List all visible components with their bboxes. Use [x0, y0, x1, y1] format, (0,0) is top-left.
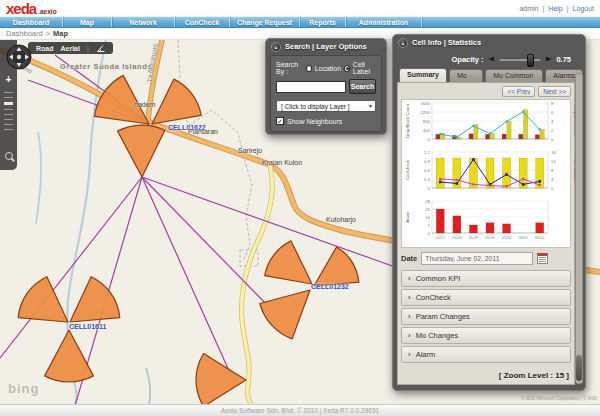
collapse-icon[interactable]: ▲ [398, 38, 408, 48]
zoom-slider[interactable] [4, 92, 13, 134]
show-neighbours-label: Show Neighbours [287, 118, 342, 125]
cell-panel-title: Cell Info | Statistics [412, 38, 481, 47]
svg-text:0: 0 [428, 186, 431, 191]
map-compass[interactable] [6, 44, 32, 70]
cell-info-panel: ▲ Cell Info | Statistics Opacity : ◀ ▶ 0… [392, 34, 586, 391]
svg-text:12: 12 [551, 159, 556, 164]
svg-text:28: 28 [425, 199, 430, 204]
opacity-increase-icon[interactable]: ▶ [546, 55, 551, 63]
opacity-slider-thumb[interactable] [527, 54, 534, 67]
separator: | [87, 45, 89, 52]
search-button[interactable]: Search [349, 79, 376, 94]
accordion-label: Alarm [416, 350, 436, 359]
panel-scrollbar[interactable] [575, 73, 583, 384]
calendar-icon[interactable] [537, 253, 548, 264]
nav-item-reports[interactable]: Reports [300, 17, 346, 27]
accordion-common-kpi[interactable]: ›Common KPI [401, 270, 571, 287]
nav-item-map[interactable]: Map [63, 17, 112, 27]
collapse-icon[interactable]: ▲ [271, 42, 281, 52]
magnifier-icon[interactable] [5, 152, 13, 160]
search-panel-header: ▲ Search | Layer Options [266, 39, 386, 54]
zoom-level-label: [ Zoom Level : 15 ] [401, 369, 571, 380]
chart-alarm: 07142128Alarm05/2705/2805/2905/3005/3106… [402, 198, 570, 247]
map-attribution: © 2011 Microsoft Corporation | © AND [467, 396, 597, 401]
sector-cell01611-c [45, 330, 94, 382]
app-footer: Aexio Software Sdn. Bhd. © 2010 | Xeda R… [0, 404, 600, 416]
cell-panel-tabs: SummaryMo InfoMo Common KPIAlarms [393, 68, 585, 82]
sector-cell01622-a [95, 75, 150, 124]
map-minor-road [242, 166, 273, 404]
svg-text:6: 6 [551, 110, 554, 115]
sector-cell01232-c [260, 290, 310, 339]
help-link[interactable]: Help [548, 5, 562, 12]
accordion-concheck[interactable]: ›ConCheck [401, 289, 571, 306]
scrollbar-thumb[interactable] [576, 355, 582, 381]
sector-south-site [196, 354, 246, 405]
map-label-region: Greater Sunda Islands [60, 62, 152, 71]
accordion-mo-changes[interactable]: ›Mo Changes [401, 327, 571, 344]
top-header: xeda .aexio admin | Help | Logout [0, 0, 600, 16]
bing-logo: bing [8, 381, 39, 396]
location-option-label: Location [315, 65, 341, 72]
svg-text:8: 8 [551, 168, 554, 173]
cell-panel-content: << Prev Next >> 04008001200160002468Drop… [397, 82, 575, 385]
nav-item-dashboard[interactable]: Dashboard [0, 17, 63, 27]
sector-cell01622-b [152, 79, 201, 124]
map-label-place: Krajan Kulon [262, 159, 302, 166]
svg-text:06/02: 06/02 [535, 236, 545, 240]
show-neighbours-checkbox[interactable]: ✓ [276, 117, 284, 125]
radio-location[interactable] [306, 65, 312, 72]
map-label-place: nadem [134, 101, 155, 108]
username-label: admin [519, 5, 538, 12]
chart-concheck-mo-param: 00.30.60.91.20481216ConCheckMo / Param [402, 149, 570, 198]
search-input[interactable] [276, 81, 346, 93]
search-panel-title: Search | Layer Options [285, 42, 367, 51]
opacity-label: Opacity : [452, 55, 484, 64]
svg-text:0: 0 [551, 186, 554, 191]
svg-text:Alarm: Alarm [405, 211, 410, 223]
opacity-control: Opacity : ◀ ▶ 0.75 [393, 50, 585, 68]
accordion-param-changes[interactable]: ›Param Changes [401, 308, 571, 325]
date-input[interactable] [421, 252, 533, 265]
aerial-view-button[interactable]: Aerial [61, 45, 80, 52]
nav-item-change-request[interactable]: Change Request [230, 17, 300, 27]
opacity-slider[interactable] [499, 58, 541, 61]
layer-dropdown[interactable]: [ Click to display Layer ] ▼ [276, 100, 376, 112]
breadcrumb-dashboard[interactable]: Dashboard [6, 29, 43, 38]
accordion-alarm[interactable]: ›Alarm [401, 346, 571, 363]
user-links: admin | Help | Logout [519, 5, 594, 12]
tab-summary[interactable]: Summary [399, 68, 447, 82]
radio-cell-label[interactable] [344, 65, 350, 72]
chevron-down-icon: ▼ [368, 103, 373, 109]
svg-text:05/27: 05/27 [436, 236, 446, 240]
next-button[interactable]: Next >> [538, 86, 571, 97]
tab-mo-info[interactable]: Mo Info [449, 69, 483, 82]
logout-link[interactable]: Logout [573, 5, 594, 12]
layer-dropdown-value: [ Click to display Layer ] [281, 103, 350, 110]
logo-primary: xeda [6, 0, 36, 17]
svg-text:2: 2 [551, 128, 554, 133]
svg-text:21: 21 [425, 207, 430, 212]
svg-text:05/28: 05/28 [452, 236, 462, 240]
opacity-decrease-icon[interactable]: ◀ [489, 55, 494, 63]
road-view-button[interactable]: Road [36, 45, 54, 52]
svg-text:0: 0 [428, 231, 431, 236]
birdseye-angle-icon[interactable] [96, 44, 105, 53]
svg-text:14: 14 [425, 215, 430, 220]
nav-item-administration[interactable]: Administration [346, 17, 422, 27]
opacity-value: 0.75 [556, 55, 571, 64]
svg-text:0: 0 [551, 137, 554, 142]
svg-text:05/29: 05/29 [469, 236, 479, 240]
map-label-cell01611[interactable]: CELL01611 [69, 323, 106, 330]
nav-item-network[interactable]: Network [112, 17, 175, 27]
nav-item-concheck[interactable]: ConCheck [175, 17, 230, 27]
svg-text:7: 7 [428, 223, 431, 228]
map-label-cell01232[interactable]: CELL01232 [311, 283, 349, 290]
svg-text:05/30: 05/30 [485, 236, 495, 240]
search-panel-body: Search By : Location Cell Label Search [… [270, 55, 382, 132]
date-label: Date [401, 254, 417, 263]
breadcrumb-separator: > [46, 29, 50, 38]
zoom-in-button[interactable]: + [0, 74, 17, 85]
tab-mo-common-kpi[interactable]: Mo Common KPI [485, 69, 543, 82]
prev-button[interactable]: << Prev [502, 86, 535, 97]
